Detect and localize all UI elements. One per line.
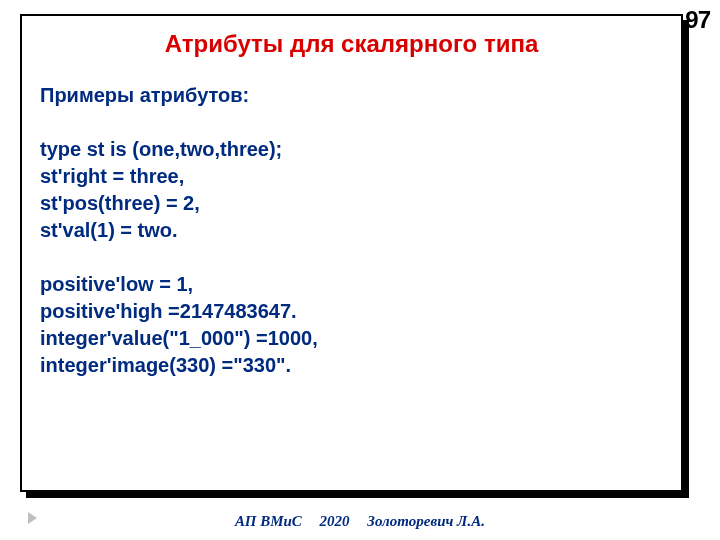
slide-body: Примеры атрибутов: type st is (one,two,t… <box>40 82 663 379</box>
footer-author: Золоторевич Л.А. <box>367 513 485 529</box>
slide-title: Атрибуты для скалярного типа <box>40 30 663 58</box>
content-box: Атрибуты для скалярного типа Примеры атр… <box>20 14 683 492</box>
footer-year: 2020 <box>320 513 350 529</box>
slide: 97 Атрибуты для скалярного типа Примеры … <box>0 0 720 540</box>
footer-course: АП ВМиС <box>235 513 302 529</box>
slide-footer: АП ВМиС 2020 Золоторевич Л.А. <box>0 513 720 530</box>
page-number: 97 <box>685 6 710 34</box>
